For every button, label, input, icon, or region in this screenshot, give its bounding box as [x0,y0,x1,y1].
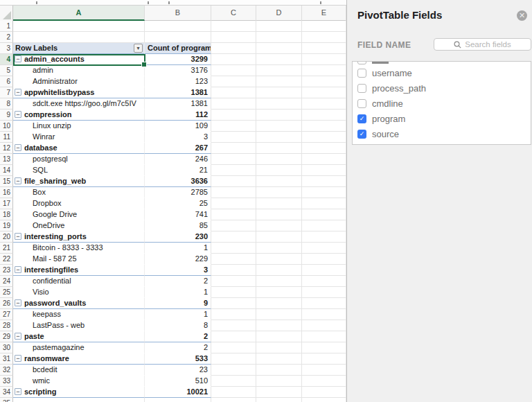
cell[interactable]: pastemagazine [13,342,145,353]
cell[interactable] [211,154,256,165]
field-item-process_path[interactable]: process_path [353,81,531,96]
cell[interactable]: 112 [145,110,211,121]
cell[interactable]: 123 [145,76,211,87]
row-number[interactable]: 16 [0,187,13,198]
cell[interactable] [302,365,346,376]
cell[interactable]: 3299 [145,54,211,65]
row-number[interactable]: 11 [0,132,13,143]
cell[interactable]: Google Drive [13,209,145,220]
cell[interactable]: −ransomware [13,353,145,365]
cell[interactable]: 21 [145,165,211,176]
cell[interactable]: 3636 [145,176,211,187]
cell[interactable] [302,209,346,220]
cell[interactable]: Administrator [13,76,145,87]
row-number[interactable]: 3 [0,43,13,54]
cell[interactable] [256,154,302,165]
cell[interactable]: admin [13,65,145,76]
cell[interactable] [302,376,346,387]
cell[interactable]: 1 [145,309,211,320]
row-number[interactable]: 2 [0,32,13,43]
collapse-button[interactable]: − [15,333,21,340]
cell[interactable] [211,298,256,309]
cell[interactable]: keepass [13,309,145,320]
cell[interactable] [211,265,256,276]
cell[interactable]: 246 [145,154,211,165]
cell[interactable] [211,110,256,121]
cell[interactable] [256,65,302,76]
cell[interactable] [256,287,302,298]
cell[interactable]: 230 [145,231,211,243]
cell[interactable] [302,276,346,287]
fill-handle[interactable] [141,62,147,67]
cell[interactable]: SQL [13,165,145,176]
cell[interactable] [211,187,256,198]
cell[interactable] [302,154,346,165]
row-number[interactable]: 24 [0,276,13,287]
select-all-corner[interactable] [0,6,13,21]
cell[interactable]: −interestingfiles [13,265,145,276]
filter-dropdown-icon[interactable]: ▾ [134,44,143,53]
cell[interactable]: wmic [13,376,145,387]
column-header-D[interactable]: D [256,6,302,21]
cell[interactable] [211,76,256,87]
cell[interactable] [211,231,256,243]
cell[interactable] [211,143,256,154]
row-number[interactable]: 14 [0,165,13,176]
collapse-button[interactable]: − [15,233,21,240]
row-number[interactable]: 35 [0,398,13,402]
cell[interactable]: confidential [13,276,145,287]
cell[interactable] [302,21,346,32]
cell[interactable] [302,132,346,143]
cell[interactable]: 2 [145,276,211,287]
cell[interactable] [256,187,302,198]
cell[interactable] [256,176,302,187]
cell[interactable] [256,76,302,87]
cell[interactable]: 533 [145,353,211,365]
cell[interactable] [211,353,256,365]
row-number[interactable]: 9 [0,110,13,121]
cell[interactable]: −file_sharing_web [13,176,145,187]
cell[interactable] [256,209,302,220]
row-number[interactable]: 18 [0,209,13,220]
cell[interactable] [302,43,346,54]
cell[interactable] [256,265,302,276]
cell[interactable] [302,309,346,320]
cell[interactable] [211,243,256,254]
cell[interactable] [256,87,302,98]
cell[interactable] [256,243,302,254]
cell[interactable] [256,165,302,176]
field-item-cmdline[interactable]: cmdline [353,96,531,112]
row-number[interactable]: 5 [0,65,13,76]
column-header-E[interactable]: E [302,6,346,21]
cell[interactable] [256,353,302,365]
row-number[interactable]: 30 [0,342,13,353]
cell[interactable]: 229 [145,254,211,265]
cell[interactable] [211,331,256,342]
cell[interactable]: LastPass - web [13,320,145,331]
cell[interactable] [302,54,346,65]
cell[interactable] [211,342,256,353]
row-number[interactable]: 12 [0,143,13,154]
cell[interactable] [256,198,302,209]
cell[interactable] [302,76,346,87]
collapse-button[interactable]: − [15,388,21,395]
search-input[interactable]: Search fields [434,38,531,51]
cell[interactable] [302,353,346,365]
cell[interactable] [302,110,346,121]
cell[interactable]: 23 [145,365,211,376]
cell[interactable]: 1 [145,243,211,254]
cell[interactable] [302,231,346,243]
cell[interactable] [302,65,346,76]
cell[interactable]: 2785 [145,187,211,198]
cell[interactable] [211,209,256,220]
cell[interactable]: Count of program [145,43,211,54]
cell[interactable] [256,220,302,231]
cell[interactable] [302,187,346,198]
column-header-B[interactable]: B [145,6,211,21]
row-number[interactable]: 7 [0,87,13,98]
cell[interactable]: Dropbox [13,198,145,209]
cell[interactable] [302,265,346,276]
row-number[interactable]: 22 [0,254,13,265]
row-number[interactable]: 21 [0,243,13,254]
row-number[interactable]: 27 [0,309,13,320]
